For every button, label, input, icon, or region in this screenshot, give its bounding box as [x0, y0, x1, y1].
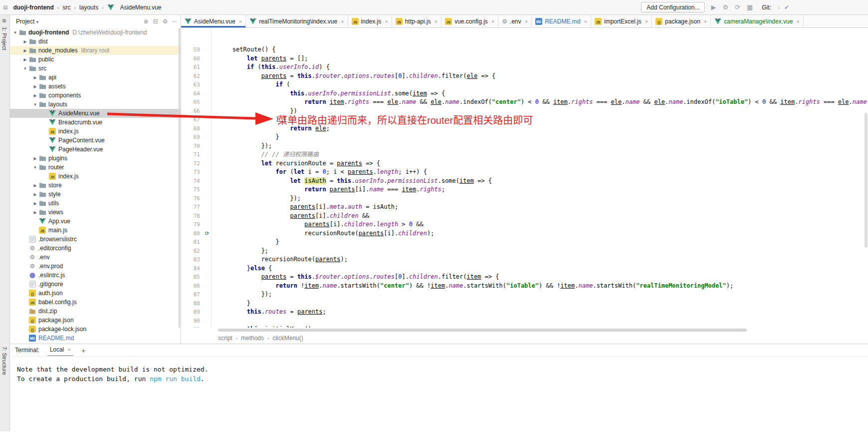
tree-item-dist-zip[interactable]: dist.zip	[10, 307, 181, 316]
tree-item-utils[interactable]: ▶utils	[10, 199, 181, 208]
editor-tab-vue-config-js[interactable]: JSvue.config.js×	[441, 15, 498, 27]
editor-breadcrumb-item[interactable]: methods	[241, 335, 264, 342]
editor-tab-realtimemonitoring-index-vue[interactable]: realTimeMonitoring\index.vue×	[246, 15, 348, 27]
editor-vertical-scrollbar[interactable]	[864, 28, 868, 328]
add-configuration-button[interactable]: Add Configuration...	[641, 2, 705, 12]
tool-window-button-structure[interactable]: 7: Structure	[1, 347, 7, 375]
tree-item-package-json[interactable]: {}package.json	[10, 316, 181, 325]
editor-breadcrumb-item[interactable]: clickMenu()	[272, 335, 303, 342]
breadcrumb-item[interactable]: src	[62, 4, 70, 11]
close-icon[interactable]: ×	[491, 18, 494, 24]
close-icon[interactable]: ×	[434, 18, 437, 24]
chevron-right-icon[interactable]: ▶	[22, 57, 28, 62]
editor-tab-readme-md[interactable]: MDREADME.md×	[532, 15, 591, 27]
tree-item-style[interactable]: ▶style	[10, 190, 181, 199]
tree-item-app-vue[interactable]: App.vue	[10, 217, 181, 226]
tree-item--browserslistrc[interactable]: .browserslistrc	[10, 235, 181, 244]
project-scrollbar[interactable]	[179, 28, 180, 328]
chevron-right-icon[interactable]: ▶	[22, 39, 28, 44]
editor-tab-asidemenu-vue[interactable]: AsideMenu.vue×	[181, 15, 246, 27]
tree-item--eslintrc-js[interactable]: .eslintrc.js	[10, 271, 181, 280]
tree-item-index-js[interactable]: JSindex.js	[10, 127, 181, 136]
chevron-right-icon[interactable]: ▶	[32, 75, 38, 80]
project-view-selector[interactable]: Project ▾	[16, 18, 38, 25]
recursion-icon[interactable]: ⟳	[203, 229, 211, 238]
close-icon[interactable]: ×	[67, 347, 70, 353]
breadcrumb-item[interactable]: duoji-frontend	[13, 4, 53, 11]
chevron-down-icon[interactable]: ▼	[32, 102, 38, 107]
chevron-right-icon[interactable]: ▶	[32, 201, 38, 206]
tree-item--editorconfig[interactable]: ⚙.editorconfig	[10, 244, 181, 253]
close-icon[interactable]: ×	[645, 18, 648, 24]
chevron-right-icon[interactable]: ▶	[32, 192, 38, 197]
breadcrumb-item[interactable]: AsideMenu.vue	[120, 4, 162, 11]
tree-item-babel-config-js[interactable]: JSbabel.config.js	[10, 298, 181, 307]
chevron-right-icon[interactable]: ▶	[32, 156, 38, 161]
git-widget[interactable]: Git:	[762, 4, 771, 11]
editor-tab-cameramanage-index-vue[interactable]: cameraManage\index.vue×	[711, 15, 804, 27]
tree-item-plugins[interactable]: ▶plugins	[10, 154, 181, 163]
scrollbar-thumb[interactable]	[865, 113, 868, 248]
new-terminal-button[interactable]: +	[81, 346, 86, 355]
tree-item-node-modules[interactable]: ▶node_moduleslibrary root	[10, 46, 181, 55]
tree-item--env[interactable]: ⚙.env	[10, 253, 181, 262]
tree-item-assets[interactable]: ▶assets	[10, 82, 181, 91]
terminal-tab-local[interactable]: Local×	[47, 344, 73, 356]
editor-tab--env[interactable]: ⚙.env×	[498, 15, 532, 27]
tree-item-breadcrumb-vue[interactable]: Breadcrumb.vue	[10, 118, 181, 127]
tree-item-index-js[interactable]: JSindex.js	[10, 172, 181, 181]
tree-item-auth-json[interactable]: {}auth.json	[10, 289, 181, 298]
scrollbar-thumb[interactable]	[218, 329, 747, 332]
chevron-down-icon[interactable]: ▼	[12, 30, 18, 35]
down-icon[interactable]: ↓	[777, 4, 780, 11]
editor-tab-http-api-js[interactable]: JShttp-api.js×	[392, 15, 441, 27]
tree-item-components[interactable]: ▶components	[10, 91, 181, 100]
close-icon[interactable]: ×	[584, 18, 587, 24]
tree-item-pagecontent-vue[interactable]: PageContent.vue	[10, 136, 181, 145]
tree-item-package-lock-json[interactable]: {}package-lock.json	[10, 325, 181, 334]
tool-windows-icon[interactable]: ▦	[2, 18, 6, 23]
editor-horizontal-scrollbar[interactable]	[181, 328, 868, 333]
close-icon[interactable]: ×	[385, 18, 388, 24]
tree-item-views[interactable]: ▶views	[10, 208, 181, 217]
tree-item-readme-md[interactable]: MDREADME.md	[10, 334, 181, 343]
tree-item-duoji-frontend[interactable]: ▼duoji-frontendD:\zheheWeb\duoji-fronten…	[10, 28, 181, 37]
chevron-down-icon[interactable]: ▼	[32, 165, 38, 170]
editor-tab-importexcel-js[interactable]: JSimportExcel.js×	[591, 15, 652, 27]
tree-item-store[interactable]: ▶store	[10, 181, 181, 190]
editor-breadcrumb-item[interactable]: script	[218, 335, 232, 342]
tree-item-api[interactable]: ▶api	[10, 73, 181, 82]
chevron-right-icon[interactable]: ▶	[32, 183, 38, 188]
close-icon[interactable]: ×	[704, 18, 707, 24]
close-icon[interactable]: ×	[796, 18, 799, 24]
collapse-all-icon[interactable]: ⊟	[153, 18, 158, 25]
grid-icon[interactable]: ▦	[747, 3, 753, 11]
tree-item-src[interactable]: ▼src	[10, 64, 181, 73]
editor-tab-package-json[interactable]: {}package.json×	[652, 15, 711, 27]
check-icon[interactable]: ✔	[784, 4, 789, 11]
window-menu-icon[interactable]: ▤	[3, 4, 7, 10]
tree-item-dist[interactable]: ▶dist	[10, 37, 181, 46]
tree-item-pageheader-vue[interactable]: PageHeader.vue	[10, 145, 181, 154]
settings-icon[interactable]: ⚙	[163, 18, 168, 25]
tree-item-layouts[interactable]: ▼layouts	[10, 100, 181, 109]
chevron-right-icon[interactable]: ▶	[32, 84, 38, 89]
chevron-down-icon[interactable]: ▼	[22, 66, 28, 71]
editor-tab-index-js[interactable]: JSindex.js×	[348, 15, 392, 27]
tree-item-main-js[interactable]: JSmain.js	[10, 226, 181, 235]
sync-icon[interactable]: ⟳	[735, 3, 740, 11]
close-icon[interactable]: ×	[239, 18, 242, 24]
code-editor[interactable]: 59setRoute() {60let parents = [];61if (t…	[181, 28, 868, 328]
chevron-right-icon[interactable]: ▶	[22, 48, 28, 53]
close-icon[interactable]: ×	[525, 18, 528, 24]
tree-item-public[interactable]: ▶public	[10, 55, 181, 64]
tool-window-button-project[interactable]: 1: Project	[1, 27, 7, 50]
build-icon[interactable]: ⚙	[722, 3, 728, 11]
tree-item-asidemenu-vue[interactable]: AsideMenu.vue	[10, 109, 181, 118]
terminal-output[interactable]: Note that the development build is not o…	[10, 357, 868, 384]
locate-icon[interactable]: ⊕	[144, 18, 149, 25]
breadcrumb-item[interactable]: layouts	[79, 4, 98, 11]
chevron-right-icon[interactable]: ▶	[32, 93, 38, 98]
hide-icon[interactable]: ─	[172, 18, 177, 25]
tree-item-router[interactable]: ▼router	[10, 163, 181, 172]
